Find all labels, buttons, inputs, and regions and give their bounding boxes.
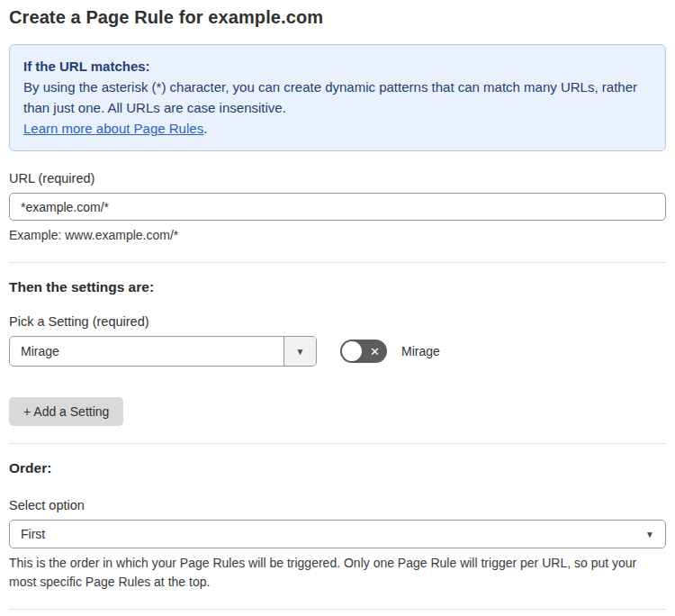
- info-box-heading: If the URL matches:: [23, 56, 652, 77]
- caret-down-icon: ▼: [645, 530, 654, 539]
- order-select[interactable]: First ▼: [9, 520, 666, 548]
- create-page-rule-form: Create a Page Rule for example.com If th…: [0, 0, 675, 616]
- mirage-toggle[interactable]: ✕: [340, 340, 387, 363]
- add-setting-wrap: + Add a Setting: [9, 397, 666, 426]
- divider: [9, 609, 666, 610]
- order-helper-text: This is the order in which your Page Rul…: [9, 554, 666, 592]
- setting-picker-value: Mirage: [10, 344, 284, 358]
- learn-more-page-rules-link[interactable]: Learn more about Page Rules: [23, 121, 203, 136]
- order-section-heading: Order:: [9, 460, 666, 476]
- divider: [9, 262, 666, 263]
- pick-setting-label: Pick a Setting (required): [9, 314, 666, 329]
- page-title: Create a Page Rule for example.com: [9, 7, 666, 28]
- setting-row: Mirage ▼ ✕ Mirage: [9, 336, 666, 367]
- link-suffix-period: .: [203, 121, 207, 136]
- order-select-label: Select option: [9, 498, 666, 512]
- settings-section-heading: Then the settings are:: [9, 279, 666, 295]
- url-input[interactable]: [9, 193, 666, 221]
- caret-down-icon[interactable]: ▼: [284, 337, 316, 366]
- add-setting-button[interactable]: + Add a Setting: [9, 397, 123, 426]
- divider: [9, 443, 666, 444]
- info-box-link-line: Learn more about Page Rules.: [23, 118, 652, 139]
- mirage-toggle-label: Mirage: [401, 344, 440, 358]
- info-box-body: By using the asterisk (*) character, you…: [23, 77, 652, 118]
- toggle-off-x-icon: ✕: [370, 340, 380, 363]
- toggle-knob: [342, 341, 362, 361]
- url-match-info-box: If the URL matches: By using the asteris…: [9, 44, 666, 151]
- url-label: URL (required): [9, 171, 666, 186]
- url-example-helper: Example: www.example.com/*: [9, 226, 666, 245]
- setting-picker-dropdown[interactable]: Mirage ▼: [9, 336, 317, 367]
- order-select-value: First: [21, 527, 645, 541]
